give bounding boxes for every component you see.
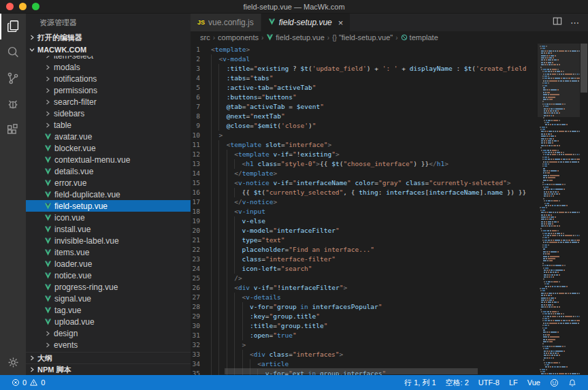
code-line[interactable]: 4:tabs="tabs" — [191, 74, 538, 83]
section-outline[interactable]: 大纲 — [26, 352, 191, 363]
code-line[interactable]: 16{{ $t("currently_selected", { thing: i… — [191, 188, 538, 197]
vertical-scrollbar-thumb[interactable] — [581, 44, 587, 93]
code-line[interactable]: 33<div class="interfaces"> — [191, 350, 538, 359]
notifications-bell-icon[interactable] — [564, 378, 581, 387]
tree-item-details-vue[interactable]: details.vue — [26, 165, 191, 177]
tree-item-permissions[interactable]: permissions — [26, 84, 191, 96]
code-line[interactable]: 14</template> — [191, 169, 538, 178]
code-line[interactable]: 11<template slot="interface"> — [191, 140, 538, 150]
feedback-smiley-icon[interactable] — [545, 378, 564, 387]
close-tab-icon[interactable]: × — [338, 18, 344, 28]
tree-item-tag-vue[interactable]: tag.vue — [26, 304, 191, 316]
tree-item-item-select[interactable]: item-select — [26, 56, 191, 61]
tree-item-field-duplicate-vue[interactable]: field-duplicate.vue — [26, 189, 191, 200]
code-line[interactable]: 31:open="true" — [191, 331, 538, 340]
line-number: 27 — [191, 293, 211, 302]
code-line[interactable]: 30:title="group.title" — [191, 321, 538, 331]
breadcrumb-item-src[interactable]: src — [200, 33, 210, 42]
code-line[interactable]: 12<template v-if="!existing"> — [191, 150, 538, 159]
eol-setting[interactable]: LF — [504, 378, 523, 387]
tree-item-icon-vue[interactable]: icon.vue — [26, 212, 191, 223]
tree-item-search-filter[interactable]: search-filter — [26, 96, 191, 108]
minimap[interactable] — [538, 44, 580, 375]
tab-vue-config-js[interactable]: JS vue.config.js — [191, 14, 261, 31]
language-mode[interactable]: Vue — [523, 378, 545, 387]
breadcrumb-item-components[interactable]: components — [218, 33, 259, 42]
code-line[interactable]: 15<v-notice v-if="interfaceName" color="… — [191, 178, 538, 188]
code-line[interactable]: 18<v-input — [191, 207, 538, 216]
indentation-setting[interactable]: 空格: 2 — [441, 378, 474, 388]
code-line[interactable]: 13<h1 class="style-0">{{ $t("choose_inte… — [191, 159, 538, 169]
code-line[interactable]: 28v-for="group in interfacesPopular" — [191, 302, 538, 312]
tree-item-loader-vue[interactable]: loader.vue — [26, 258, 191, 270]
source-control-icon[interactable] — [0, 65, 26, 91]
tree-item-notifications[interactable]: notifications — [26, 73, 191, 84]
tree-item-items-vue[interactable]: items.vue — [26, 246, 191, 258]
more-actions-icon[interactable]: ⋯ — [570, 18, 580, 28]
tree-item-table[interactable]: table — [26, 119, 191, 131]
split-editor-icon[interactable] — [553, 16, 562, 29]
tree-item-events[interactable]: events — [26, 339, 191, 351]
code-line[interactable]: 22placeholder="Find an interface..." — [191, 245, 538, 255]
tree-item-signal-vue[interactable]: signal.vue — [26, 293, 191, 304]
tree-item-error-vue[interactable]: error.vue — [26, 177, 191, 189]
extensions-icon[interactable] — [0, 117, 26, 143]
tree-item-design[interactable]: design — [26, 327, 191, 339]
tree-item-modals[interactable]: modals — [26, 61, 191, 73]
line-number: 31 — [191, 331, 211, 340]
code-line[interactable]: 23class="interface-filter" — [191, 255, 538, 264]
code-line[interactable]: 34<article — [191, 359, 538, 369]
code-line[interactable]: 25/> — [191, 274, 538, 283]
chevron-right-icon — [45, 99, 50, 105]
vue-file-icon — [44, 307, 52, 314]
code-line[interactable]: 20v-model="interfaceFilter" — [191, 226, 538, 235]
encoding-setting[interactable]: UTF-8 — [474, 378, 504, 387]
problems-indicator[interactable]: 0 0 — [7, 378, 50, 387]
code-line[interactable]: 27<v-details — [191, 293, 538, 302]
breadcrumb-item-field-setupvue[interactable]: {}"field-setup.vue" — [332, 33, 393, 42]
breadcrumb-item-template[interactable]: template — [401, 33, 438, 42]
tree-item-install-vue[interactable]: install.vue — [26, 223, 191, 235]
settings-gear-icon[interactable] — [0, 349, 26, 375]
tree-item-notice-vue[interactable]: notice.vue — [26, 270, 191, 281]
explorer-icon[interactable] — [0, 14, 26, 39]
tree-item-field-setup-vue[interactable]: field-setup.vue — [26, 200, 191, 212]
line-number: 9 — [191, 121, 211, 131]
tree-item-blocker-vue[interactable]: blocker.vue — [26, 142, 191, 154]
code-line[interactable]: 26<div v-if="!interfaceFilter"> — [191, 283, 538, 293]
code-line[interactable]: 6:buttons="buttons" — [191, 93, 538, 102]
code-line[interactable]: 10> — [191, 131, 538, 140]
code-line[interactable]: 8@next="nextTab" — [191, 112, 538, 121]
section-root-folder[interactable]: MACWK.COM — [26, 44, 191, 56]
code-content[interactable]: 1<template>2<v-modal3:title="existing ? … — [191, 45, 538, 375]
tree-item-sidebars[interactable]: sidebars — [26, 108, 191, 119]
tab-field-setup-vue[interactable]: field-setup.vue × — [261, 14, 350, 31]
code-line[interactable]: 24icon-left="search" — [191, 264, 538, 274]
tree-item-contextual-menu-vue[interactable]: contextual-menu.vue — [26, 154, 191, 165]
chevron-right-icon — [45, 331, 50, 336]
search-icon[interactable] — [0, 39, 26, 65]
code-line[interactable]: 29:key="group.title" — [191, 312, 538, 321]
code-line[interactable]: 3:title="existing ? $t('update_field') +… — [191, 64, 538, 74]
code-line[interactable]: 21type="text" — [191, 235, 538, 245]
tree-item-upload-vue[interactable]: upload.vue — [26, 316, 191, 327]
section-open-editors[interactable]: 打开的编辑器 — [26, 31, 191, 44]
code-line[interactable]: 5:active-tab="activeTab" — [191, 83, 538, 93]
tree-item-avatar-vue[interactable]: avatar.vue — [26, 131, 191, 142]
vertical-scrollbar[interactable] — [580, 44, 588, 375]
code-line[interactable]: 32> — [191, 340, 538, 350]
breadcrumb-item-field-setupvue[interactable]: field-setup.vue — [266, 33, 325, 42]
tree-item-invisible-label-vue[interactable]: invisible-label.vue — [26, 235, 191, 246]
cursor-position[interactable]: 行 1, 列 1 — [399, 378, 440, 388]
code-line[interactable]: 17</v-notice> — [191, 197, 538, 207]
code-line[interactable]: 9@close="$emit('close')" — [191, 121, 538, 131]
code-line[interactable]: 7@tab="activeTab = $event" — [191, 102, 538, 112]
code-line[interactable]: 2<v-modal — [191, 54, 538, 64]
code-line[interactable]: 1<template> — [191, 45, 538, 54]
code-line[interactable]: 19v-else — [191, 216, 538, 226]
debug-icon[interactable] — [0, 91, 26, 117]
tree-item-label: install.vue — [54, 225, 91, 234]
horizontal-scrollbar-thumb[interactable] — [225, 368, 478, 374]
tree-item-progress-ring-vue[interactable]: progress-ring.vue — [26, 281, 191, 293]
section-npm-scripts[interactable]: NPM 脚本 — [26, 363, 191, 375]
